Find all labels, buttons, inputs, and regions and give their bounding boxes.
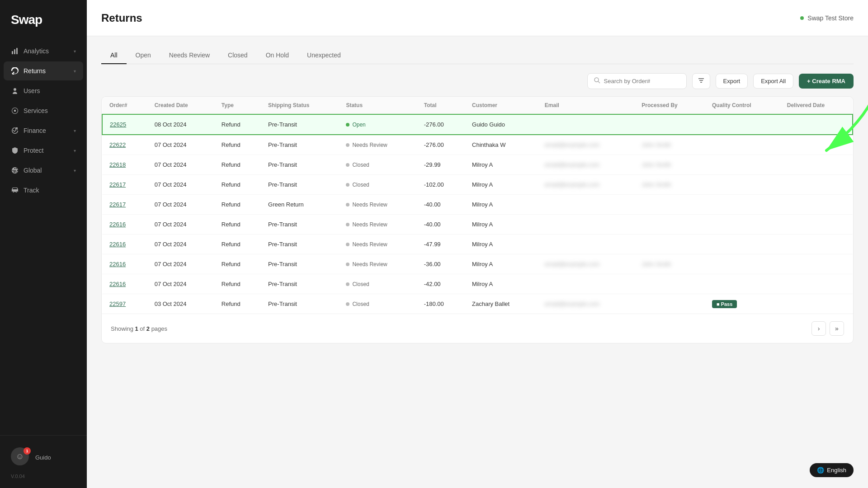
cell-total: -40.00 bbox=[417, 215, 465, 235]
tab-on-hold[interactable]: On Hold bbox=[257, 47, 298, 64]
create-rma-button[interactable]: + Create RMA bbox=[799, 74, 854, 89]
table-row[interactable]: 2259703 Oct 2024RefundPre-TransitClosed-… bbox=[102, 294, 853, 314]
table-row[interactable]: 2261607 Oct 2024RefundPre-TransitNeeds R… bbox=[102, 215, 853, 235]
cell-order[interactable]: 22618 bbox=[102, 155, 147, 175]
cell-order[interactable]: 22616 bbox=[102, 215, 147, 235]
cell-order[interactable]: 22622 bbox=[102, 135, 147, 155]
tab-closed[interactable]: Closed bbox=[219, 47, 257, 64]
cell-status: Closed bbox=[339, 175, 416, 195]
cell-total: -40.00 bbox=[417, 195, 465, 215]
sidebar-item-services[interactable]: Services bbox=[4, 101, 83, 120]
cell-shipping-status: Pre-Transit bbox=[261, 155, 339, 175]
cell-email: email@example.com bbox=[538, 135, 635, 155]
cell-type: Refund bbox=[214, 274, 261, 294]
page-title: Returns bbox=[101, 12, 142, 24]
export-all-button[interactable]: Export All bbox=[753, 74, 793, 89]
cell-processed-by bbox=[634, 235, 705, 254]
sidebar-item-protect[interactable]: Protect ▾ bbox=[4, 141, 83, 160]
sidebar-item-returns[interactable]: Returns ▾ bbox=[4, 61, 83, 80]
notification-badge: 1 bbox=[24, 447, 31, 455]
table-row[interactable]: 2262207 Oct 2024RefundPre-TransitNeeds R… bbox=[102, 135, 853, 155]
cell-processed-by bbox=[634, 114, 705, 135]
language-selector[interactable]: 🌐 English bbox=[810, 463, 854, 477]
chevron-down-icon: ▾ bbox=[74, 128, 76, 133]
cell-delivered-date bbox=[780, 114, 853, 135]
svg-rect-2 bbox=[16, 48, 18, 54]
cell-delivered-date bbox=[780, 294, 853, 314]
language-label: English bbox=[827, 467, 846, 474]
chevron-down-icon: ▾ bbox=[74, 168, 76, 173]
cell-processed-by bbox=[634, 215, 705, 235]
cell-order[interactable]: 22617 bbox=[102, 195, 147, 215]
cell-shipping-status: Pre-Transit bbox=[261, 135, 339, 155]
cell-customer: Milroy A bbox=[465, 274, 538, 294]
table-row[interactable]: 2261607 Oct 2024RefundPre-TransitNeeds R… bbox=[102, 254, 853, 274]
col-total: Total bbox=[417, 97, 465, 114]
cell-delivered-date bbox=[780, 235, 853, 254]
cell-customer: Zachary Ballet bbox=[465, 294, 538, 314]
cell-email: email@example.com bbox=[538, 175, 635, 195]
cell-order[interactable]: 22616 bbox=[102, 274, 147, 294]
sidebar-item-analytics[interactable]: Analytics ▾ bbox=[4, 42, 83, 61]
table-row[interactable]: 2261607 Oct 2024RefundPre-TransitClosed-… bbox=[102, 274, 853, 294]
cell-order[interactable]: 22616 bbox=[102, 254, 147, 274]
notification-avatar: ☺ 1 bbox=[11, 447, 31, 467]
cell-status: Needs Review bbox=[339, 235, 416, 254]
cell-type: Refund bbox=[214, 294, 261, 314]
cell-status: Closed bbox=[339, 294, 416, 314]
cell-customer: Milroy A bbox=[465, 254, 538, 274]
cell-order[interactable]: 22616 bbox=[102, 235, 147, 254]
col-customer: Customer bbox=[465, 97, 538, 114]
sidebar-item-global[interactable]: Global ▾ bbox=[4, 161, 83, 180]
table-row[interactable]: 2261607 Oct 2024RefundPre-TransitNeeds R… bbox=[102, 235, 853, 254]
cell-total: -276.00 bbox=[417, 114, 465, 135]
last-page-button[interactable]: » bbox=[830, 321, 844, 336]
cell-quality-control bbox=[705, 215, 780, 235]
cell-delivered-date bbox=[780, 274, 853, 294]
globe-small-icon: 🌐 bbox=[817, 467, 824, 474]
shield-icon bbox=[11, 146, 19, 155]
cell-order[interactable]: 22617 bbox=[102, 175, 147, 195]
table-toolbar: Export Export All + Create RMA bbox=[101, 73, 854, 89]
tab-all[interactable]: All bbox=[101, 47, 127, 64]
search-icon bbox=[594, 77, 600, 85]
table-row[interactable]: 2261707 Oct 2024RefundPre-TransitClosed-… bbox=[102, 175, 853, 195]
cell-processed-by: John Smith bbox=[634, 175, 705, 195]
table-row[interactable]: 2261807 Oct 2024RefundPre-TransitClosed-… bbox=[102, 155, 853, 175]
cell-processed-by: John Smith bbox=[634, 254, 705, 274]
tab-needs-review[interactable]: Needs Review bbox=[160, 47, 219, 64]
filter-button[interactable] bbox=[692, 73, 710, 89]
cell-created-date: 07 Oct 2024 bbox=[147, 155, 214, 175]
cell-customer: Milroy A bbox=[465, 195, 538, 215]
cell-created-date: 07 Oct 2024 bbox=[147, 274, 214, 294]
sidebar-user[interactable]: ☺ 1 Guido bbox=[4, 443, 83, 472]
col-delivered-date: Delivered Date bbox=[780, 97, 853, 114]
sidebar-services-label: Services bbox=[24, 107, 48, 114]
chart-bar-icon bbox=[11, 47, 19, 55]
cell-quality-control bbox=[705, 254, 780, 274]
cell-delivered-date bbox=[780, 254, 853, 274]
table-row[interactable]: 2262508 Oct 2024RefundPre-TransitOpen-27… bbox=[102, 114, 853, 135]
filter-icon bbox=[698, 77, 704, 85]
svg-rect-0 bbox=[12, 51, 13, 54]
export-button[interactable]: Export bbox=[716, 74, 748, 89]
services-icon bbox=[11, 107, 19, 115]
cell-type: Refund bbox=[214, 155, 261, 175]
search-input[interactable] bbox=[604, 78, 680, 84]
search-box[interactable] bbox=[587, 73, 687, 89]
table-row[interactable]: 2261707 Oct 2024RefundGreen ReturnNeeds … bbox=[102, 195, 853, 215]
sidebar-item-users[interactable]: Users bbox=[4, 81, 83, 100]
store-name: Swap Test Store bbox=[807, 14, 854, 22]
cell-shipping-status: Pre-Transit bbox=[261, 215, 339, 235]
cell-type: Refund bbox=[214, 254, 261, 274]
next-page-button[interactable]: › bbox=[811, 321, 826, 336]
cell-order[interactable]: 22625 bbox=[102, 114, 147, 135]
sidebar-item-finance[interactable]: Finance ▾ bbox=[4, 121, 83, 140]
cell-quality-control bbox=[705, 195, 780, 215]
cell-quality-control bbox=[705, 235, 780, 254]
tab-open[interactable]: Open bbox=[127, 47, 160, 64]
tab-unexpected[interactable]: Unexpected bbox=[298, 47, 350, 64]
sidebar-analytics-label: Analytics bbox=[24, 47, 49, 55]
cell-order[interactable]: 22597 bbox=[102, 294, 147, 314]
sidebar-item-track[interactable]: Track bbox=[4, 181, 83, 200]
